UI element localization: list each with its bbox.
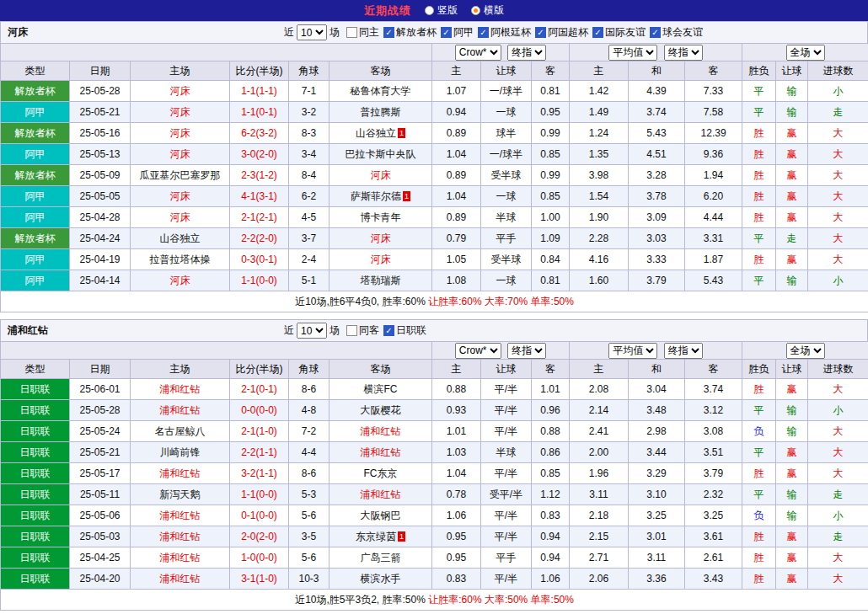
column-header: 胜负 <box>742 360 776 379</box>
column-header: 让球 <box>776 360 808 379</box>
odds-cell: 7.58 <box>685 102 742 123</box>
filter-option[interactable]: ✓阿国超杯 <box>535 25 588 40</box>
odds-cell: 2.32 <box>685 484 742 505</box>
bookmaker-select[interactable]: Crow* <box>455 343 501 359</box>
checkbox-checked-icon[interactable]: ✓ <box>441 27 452 38</box>
odds-cell: 1.00 <box>532 207 570 228</box>
filter-option[interactable]: 同主 <box>346 25 379 40</box>
odds-cell: 3.28 <box>629 165 685 186</box>
result-cell: 大 <box>808 207 868 228</box>
result-cell: 负 <box>742 421 776 442</box>
checkbox-icon[interactable] <box>346 325 357 336</box>
checkbox-checked-icon[interactable]: ✓ <box>383 27 394 38</box>
corners-score: 8-6 <box>289 463 330 484</box>
odds-cell: 2.98 <box>629 421 685 442</box>
filter-option[interactable]: ✓日职联 <box>383 323 426 338</box>
odds-cell: 0.94 <box>532 547 570 569</box>
filter-option-label: 同主 <box>359 25 379 40</box>
result-cell: 大 <box>808 249 868 270</box>
away-team: 河床 <box>330 249 432 270</box>
final-odds-select[interactable]: 终指 <box>664 343 703 359</box>
league-badge: 阿甲 <box>1 186 70 207</box>
match-date: 25-05-21 <box>70 442 131 463</box>
match-date: 25-05-21 <box>70 102 131 123</box>
match-date: 25-05-09 <box>70 165 131 186</box>
odds-cell: 0.95 <box>432 547 481 569</box>
recent-count-select[interactable]: 10 <box>297 323 327 339</box>
filter-option[interactable]: ✓阿根廷杯 <box>478 25 531 40</box>
recent-count-select[interactable]: 10 <box>297 24 327 40</box>
odds-cell: 受半球 <box>481 249 532 270</box>
home-team: 河床 <box>131 144 230 165</box>
odds-cell: 3.03 <box>629 228 685 249</box>
match-row: 日职联25-05-11新泻天鹅1-1(0-0)5-3浦和红钻0.78受平/半1.… <box>1 484 868 505</box>
odds-cell: 3.11 <box>570 484 629 505</box>
checkbox-checked-icon[interactable]: ✓ <box>650 27 661 38</box>
radio-selected-icon[interactable] <box>471 6 480 15</box>
average-odds-select[interactable]: 平均值 <box>608 45 657 61</box>
corners-score: 5-3 <box>289 484 330 505</box>
summary-row: 近10场,胜6平4负0, 胜率:60% 让胜率:60% 大率:70% 单率:50… <box>1 291 868 312</box>
match-date: 25-04-20 <box>70 569 131 590</box>
odds-cell: 1.90 <box>570 207 629 228</box>
corners-score: 5-6 <box>289 547 330 569</box>
filter-option[interactable]: ✓解放者杯 <box>383 25 437 40</box>
away-team: 浦和红钻 <box>330 484 432 505</box>
checkbox-icon[interactable] <box>346 27 357 38</box>
final-odds-select[interactable]: 终指 <box>507 45 546 61</box>
checkbox-checked-icon[interactable]: ✓ <box>592 27 603 38</box>
filter-option[interactable]: ✓阿甲 <box>441 25 474 40</box>
checkbox-checked-icon[interactable]: ✓ <box>478 27 489 38</box>
final-odds-select[interactable]: 终指 <box>507 343 546 359</box>
match-row: 解放者杯25-04-24山谷独立2-2(2-0)3-7河床0.79平手1.092… <box>1 228 868 249</box>
odds-cell: 3.78 <box>629 186 685 207</box>
column-header: 主 <box>570 360 629 379</box>
odds-cell: 0.83 <box>532 505 570 526</box>
match-date: 25-04-19 <box>70 249 131 270</box>
away-team: 普拉腾斯 <box>330 102 432 123</box>
matches-table: Crow* 终指 平均值 终指 全场 类型日期主场比分(半场)角球客场主让球客主… <box>0 43 868 312</box>
result-cell: 赢 <box>776 186 808 207</box>
checkbox-checked-icon[interactable]: ✓ <box>383 325 394 336</box>
odds-cell: 3.29 <box>629 463 685 484</box>
layout-radio-vertical[interactable]: 竖版 <box>425 3 458 18</box>
odds-cell: 1.94 <box>685 165 742 186</box>
match-row: 日职联25-05-17浦和红钻3-2(1-1)8-6FC东京1.04平/半0.8… <box>1 463 868 484</box>
filter-option[interactable]: 同客 <box>346 323 379 338</box>
filter-option[interactable]: ✓国际友谊 <box>592 25 646 40</box>
handicap-odds-group: Crow* 终指 <box>432 44 570 61</box>
checkbox-checked-icon[interactable]: ✓ <box>535 27 546 38</box>
team-section-urawa-reds: 浦和红钻 近 10 场 同客✓日职联 Crow* 终指 平均值 终指 <box>0 319 868 611</box>
average-odds-select[interactable]: 平均值 <box>608 343 657 359</box>
bookmaker-select[interactable]: Crow* <box>455 45 501 61</box>
result-cell: 胜 <box>742 123 776 144</box>
odds-cell: 0.86 <box>532 442 570 463</box>
odds-cell: 平/半 <box>481 421 532 442</box>
match-score: 6-2(3-2) <box>230 123 289 144</box>
match-row: 阿甲25-05-13河床3-0(2-0)3-4巴拉卡斯中央队1.04一/球半0.… <box>1 144 868 165</box>
odds-cell: 2.08 <box>570 379 629 400</box>
match-score: 1-1(0-0) <box>230 270 289 291</box>
match-date: 25-05-28 <box>70 400 131 421</box>
odds-cell: 4.39 <box>629 81 685 102</box>
odds-cell: 半球 <box>481 442 532 463</box>
corners-score: 8-3 <box>289 123 330 144</box>
final-odds-select[interactable]: 终指 <box>664 45 703 61</box>
result-cell: 大 <box>808 442 868 463</box>
odds-cell: 1.12 <box>532 484 570 505</box>
scope-select[interactable]: 全场 <box>786 45 825 61</box>
odds-cell: 平/半 <box>481 463 532 484</box>
column-header: 和 <box>629 360 685 379</box>
result-cell: 胜 <box>742 569 776 590</box>
match-date: 25-05-28 <box>70 81 131 102</box>
away-team: 塔勒瑞斯 <box>330 270 432 291</box>
odds-cell: 3.31 <box>685 228 742 249</box>
matches-table: Crow* 终指 平均值 终指 全场 类型日期主场比分(半场)角球客场主让球客主… <box>0 341 868 611</box>
filter-option[interactable]: ✓球会友谊 <box>650 25 703 40</box>
league-badge: 解放者杯 <box>1 81 70 102</box>
odds-cell: 一球 <box>481 186 532 207</box>
layout-radio-horizontal[interactable]: 横版 <box>471 3 504 18</box>
radio-icon[interactable] <box>425 6 434 15</box>
scope-select[interactable]: 全场 <box>786 343 825 359</box>
match-score: 3-1(1-0) <box>230 569 289 590</box>
